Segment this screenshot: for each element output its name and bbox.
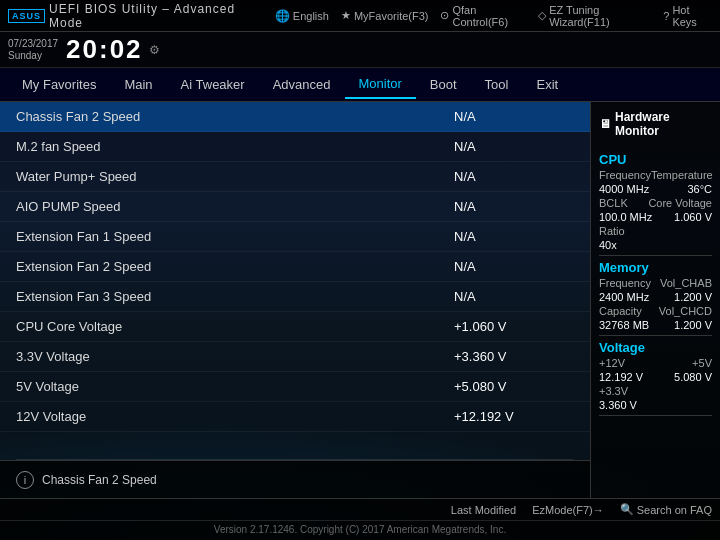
bios-title: UEFI BIOS Utility – Advanced Mode bbox=[49, 2, 259, 30]
row-value: N/A bbox=[454, 109, 574, 124]
top-bar: ASUS UEFI BIOS Utility – Advanced Mode 🌐… bbox=[0, 0, 720, 32]
row-label: Extension Fan 2 Speed bbox=[16, 259, 454, 274]
row-label: Extension Fan 1 Speed bbox=[16, 229, 454, 244]
hw-data-row: 4000 MHz36°C bbox=[599, 183, 712, 195]
table-row[interactable]: M.2 fan Speed N/A bbox=[0, 132, 590, 162]
row-value: +3.360 V bbox=[454, 349, 574, 364]
tab-monitor[interactable]: Monitor bbox=[345, 70, 416, 99]
row-value: N/A bbox=[454, 139, 574, 154]
key-icon: ? bbox=[663, 10, 669, 22]
monitor-table: Chassis Fan 2 Speed N/A M.2 fan Speed N/… bbox=[0, 102, 590, 459]
hw-data-row: 12.192 V5.080 V bbox=[599, 371, 712, 383]
asus-logo: ASUS UEFI BIOS Utility – Advanced Mode bbox=[8, 2, 259, 30]
footer: Last Modified EzMode(F7)→ 🔍 Search on FA… bbox=[0, 498, 720, 540]
hw-data-row: FrequencyTemperature bbox=[599, 169, 712, 181]
hw-data-row: FrequencyVol_CHAB bbox=[599, 277, 712, 289]
hw-data-row: 3.360 V bbox=[599, 399, 712, 411]
hw-data-row: Ratio bbox=[599, 225, 712, 237]
ezmode-button[interactable]: EzMode(F7)→ bbox=[532, 504, 604, 516]
tab-exit[interactable]: Exit bbox=[522, 71, 572, 98]
footer-actions: Last Modified EzMode(F7)→ 🔍 Search on FA… bbox=[0, 499, 720, 521]
hw-data-row: +3.3V bbox=[599, 385, 712, 397]
language-selector[interactable]: 🌐 English bbox=[275, 9, 329, 23]
tab-ai-tweaker[interactable]: Ai Tweaker bbox=[167, 71, 259, 98]
hw-data-row: CapacityVol_CHCD bbox=[599, 305, 712, 317]
table-row[interactable]: Water Pump+ Speed N/A bbox=[0, 162, 590, 192]
row-label: AIO PUMP Speed bbox=[16, 199, 454, 214]
row-label: Water Pump+ Speed bbox=[16, 169, 454, 184]
tab-main[interactable]: Main bbox=[110, 71, 166, 98]
hw-monitor-title: 🖥 Hardware Monitor bbox=[599, 110, 712, 138]
time-display: 20:02 bbox=[66, 34, 143, 65]
tab-my-favorites[interactable]: My Favorites bbox=[8, 71, 110, 98]
row-label: Extension Fan 3 Speed bbox=[16, 289, 454, 304]
table-row[interactable]: Chassis Fan 2 Speed N/A bbox=[0, 102, 590, 132]
table-row[interactable]: Extension Fan 3 Speed N/A bbox=[0, 282, 590, 312]
wand-icon: ◇ bbox=[538, 9, 546, 22]
row-label: 12V Voltage bbox=[16, 409, 454, 424]
row-value: +12.192 V bbox=[454, 409, 574, 424]
row-label: Chassis Fan 2 Speed bbox=[16, 109, 454, 124]
search-icon: 🔍 bbox=[620, 503, 634, 516]
settings-icon[interactable]: ⚙ bbox=[149, 43, 160, 57]
row-label: CPU Core Voltage bbox=[16, 319, 454, 334]
footer-copyright-bar: Version 2.17.1246. Copyright (C) 2017 Am… bbox=[0, 521, 720, 538]
nav-tabs: My Favorites Main Ai Tweaker Advanced Mo… bbox=[0, 68, 720, 102]
main-area: Chassis Fan 2 Speed N/A M.2 fan Speed N/… bbox=[0, 102, 720, 498]
hw-section-title: Voltage bbox=[599, 340, 712, 355]
asus-icon: ASUS bbox=[8, 9, 45, 23]
row-value: +1.060 V bbox=[454, 319, 574, 334]
hw-data-row: 40x bbox=[599, 239, 712, 251]
hw-data-row: 100.0 MHz1.060 V bbox=[599, 211, 712, 223]
hw-section-title: Memory bbox=[599, 260, 712, 275]
bottom-info-bar: i Chassis Fan 2 Speed bbox=[0, 460, 590, 498]
hw-data-row: 2400 MHz1.200 V bbox=[599, 291, 712, 303]
qfan-button[interactable]: ⊙ Qfan Control(F6) bbox=[440, 4, 526, 28]
row-value: N/A bbox=[454, 169, 574, 184]
row-value: +5.080 V bbox=[454, 379, 574, 394]
fan-icon: ⊙ bbox=[440, 9, 449, 22]
top-bar-actions: 🌐 English ★ MyFavorite(F3) ⊙ Qfan Contro… bbox=[275, 4, 712, 28]
row-value: N/A bbox=[454, 289, 574, 304]
row-value: N/A bbox=[454, 229, 574, 244]
date-display: 07/23/2017 Sunday bbox=[8, 38, 58, 62]
table-row[interactable]: 12V Voltage +12.192 V bbox=[0, 402, 590, 432]
hw-data-row: +12V+5V bbox=[599, 357, 712, 369]
datetime-bar: 07/23/2017 Sunday 20:02 ⚙ bbox=[0, 32, 720, 68]
info-icon: i bbox=[16, 471, 34, 489]
hw-divider bbox=[599, 255, 712, 256]
hw-data-row: BCLKCore Voltage bbox=[599, 197, 712, 209]
hot-keys-button[interactable]: ? Hot Keys bbox=[663, 4, 712, 28]
row-value: N/A bbox=[454, 259, 574, 274]
myfavorite-button[interactable]: ★ MyFavorite(F3) bbox=[341, 9, 429, 22]
table-row[interactable]: Extension Fan 2 Speed N/A bbox=[0, 252, 590, 282]
hw-divider bbox=[599, 415, 712, 416]
table-row[interactable]: 5V Voltage +5.080 V bbox=[0, 372, 590, 402]
row-label: 5V Voltage bbox=[16, 379, 454, 394]
language-label: English bbox=[293, 10, 329, 22]
hw-data-row: 32768 MB1.200 V bbox=[599, 319, 712, 331]
tab-advanced[interactable]: Advanced bbox=[259, 71, 345, 98]
hw-divider bbox=[599, 335, 712, 336]
info-text: Chassis Fan 2 Speed bbox=[42, 473, 157, 487]
tab-boot[interactable]: Boot bbox=[416, 71, 471, 98]
star-icon: ★ bbox=[341, 9, 351, 22]
ez-tuning-button[interactable]: ◇ EZ Tuning Wizard(F11) bbox=[538, 4, 651, 28]
left-panel: Chassis Fan 2 Speed N/A M.2 fan Speed N/… bbox=[0, 102, 590, 498]
hardware-monitor-panel: 🖥 Hardware Monitor CPUFrequencyTemperatu… bbox=[590, 102, 720, 498]
tab-tool[interactable]: Tool bbox=[471, 71, 523, 98]
search-faq-button[interactable]: 🔍 Search on FAQ bbox=[620, 503, 712, 516]
row-label: 3.3V Voltage bbox=[16, 349, 454, 364]
row-value: N/A bbox=[454, 199, 574, 214]
last-modified-button[interactable]: Last Modified bbox=[451, 504, 516, 516]
copyright-text: Version 2.17.1246. Copyright (C) 2017 Am… bbox=[214, 524, 506, 535]
table-row[interactable]: Extension Fan 1 Speed N/A bbox=[0, 222, 590, 252]
monitor-icon: 🖥 bbox=[599, 117, 611, 131]
globe-icon: 🌐 bbox=[275, 9, 290, 23]
hw-section-title: CPU bbox=[599, 152, 712, 167]
table-row[interactable]: AIO PUMP Speed N/A bbox=[0, 192, 590, 222]
row-label: M.2 fan Speed bbox=[16, 139, 454, 154]
table-row[interactable]: 3.3V Voltage +3.360 V bbox=[0, 342, 590, 372]
table-row[interactable]: CPU Core Voltage +1.060 V bbox=[0, 312, 590, 342]
